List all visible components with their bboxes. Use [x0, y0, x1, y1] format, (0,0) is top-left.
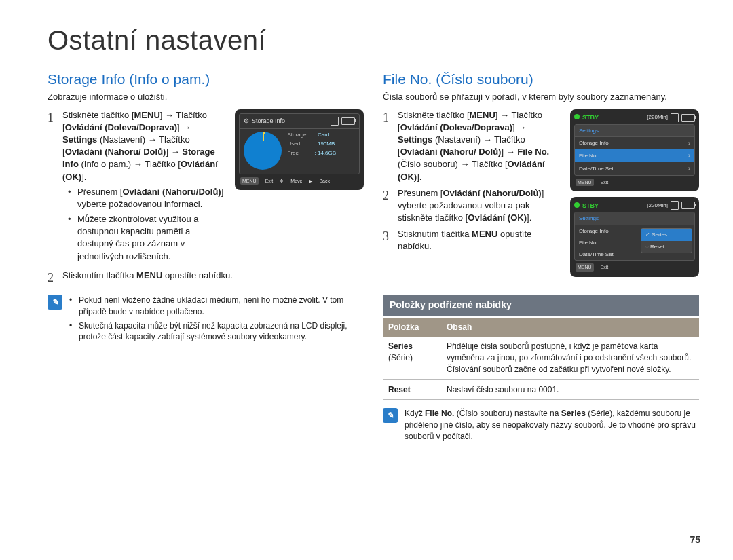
step1-left: Stiskněte tlačítko [MENU] → Tlačítko [Ov… — [62, 109, 228, 265]
list-item-selected: File No.› — [575, 149, 694, 162]
list-item: Date/Time Set› — [575, 162, 694, 175]
move-icon: ✥ — [280, 178, 284, 185]
gear-icon: ⚙ — [244, 117, 249, 126]
menu-tag: MENU — [240, 177, 259, 185]
submenu: ✓ Series ○ Reset — [641, 228, 692, 253]
step1-right: Stiskněte tlačítko [MENU] → Tlačítko [Ov… — [398, 109, 563, 183]
table-row: Reset Nastaví číslo souboru na 0001. — [383, 379, 699, 400]
right-column: File No. (Číslo souboru) Čísla souborů s… — [383, 65, 699, 443]
intro-right: Čísla souborů se přiřazují v pořadí, v k… — [383, 91, 699, 103]
lcd-fileno-menu: STBY [220Min] Settings Storage Info› Fil… — [570, 109, 699, 282]
note-left-2: Skutečná kapacita může být nižší než kap… — [69, 320, 364, 343]
sd-icon — [331, 117, 339, 126]
step2-left: Stisknutím tlačítka MENU opustíte nabídk… — [62, 269, 364, 282]
back-icon: ▶ — [309, 178, 312, 185]
note-left: ✎ Pokud není vloženo žádné ukládací médi… — [48, 295, 364, 346]
submenu-table: PoložkaObsah Series(Série) Přiděluje čís… — [383, 318, 699, 400]
battery-icon — [681, 114, 695, 122]
rec-dot-icon — [574, 114, 580, 119]
th-content: Obsah — [441, 318, 699, 337]
menu-tag: MENU — [576, 179, 594, 187]
lcd-storage-info: ⚙Storage Info Storage: Card Used: 190MB … — [235, 109, 364, 196]
rec-dot-icon — [574, 202, 580, 208]
heading-file-no: File No. (Číslo souboru) — [383, 69, 699, 89]
page-number: 75 — [690, 534, 700, 545]
heading-storage-info: Storage Info (Info o pam.) — [48, 69, 364, 89]
table-row: Series(Série) Přiděluje čísla souborů po… — [383, 337, 699, 379]
note-icon: ✎ — [48, 295, 62, 310]
sd-icon — [671, 201, 679, 210]
battery-icon — [681, 202, 695, 209]
step3-right: Stisknutím tlačítka MENU opustíte nabídk… — [398, 228, 563, 253]
bullet-2: Můžete zkontrolovat využitou a dostupnou… — [77, 213, 228, 263]
subhead-bar: Položky podřízené nabídky — [383, 295, 699, 316]
left-column: Storage Info (Info o pam.) Zobrazuje inf… — [48, 65, 364, 443]
note-left-1: Pokud není vloženo žádné ukládací médium… — [69, 295, 364, 318]
list-item: Storage Info› — [575, 137, 694, 150]
step2-right: Přesunem [Ovládání (Nahoru/Dolů)] vybert… — [398, 187, 563, 225]
intro-left: Zobrazuje informace o úložišti. — [48, 91, 364, 103]
storage-legend: Storage: Card Used: 190MB Free: 14.6GB — [288, 130, 337, 158]
page-title: Ostatní nastavení — [48, 25, 699, 56]
pie-chart-icon — [244, 132, 282, 170]
submenu-item: ○ Reset — [641, 241, 692, 253]
note-right: ✎ Když File No. (Číslo souboru) nastavít… — [383, 408, 699, 442]
battery-icon — [341, 117, 355, 125]
submenu-item-selected: ✓ Series — [641, 229, 692, 240]
note-icon: ✎ — [383, 408, 398, 423]
th-item: Položka — [383, 318, 441, 337]
sd-icon — [671, 113, 679, 122]
lcd-title: Storage Info — [252, 117, 285, 126]
menu-tag: MENU — [576, 263, 594, 272]
bullet-1: Přesunem [Ovládání (Nahoru/Dolů)] vybert… — [77, 186, 228, 210]
